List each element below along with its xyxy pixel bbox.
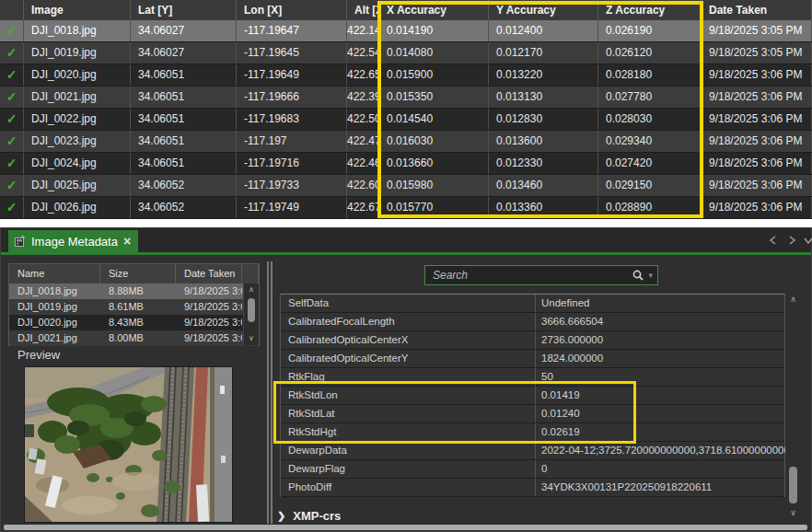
property-row[interactable]: DewarpFlag0: [281, 460, 784, 479]
cell-alt: 422.67: [347, 197, 379, 218]
cell-lat: 34.06051: [131, 87, 237, 108]
property-scrollbar[interactable]: ∧ ∨: [786, 294, 800, 518]
check-icon[interactable]: ✓: [6, 133, 17, 148]
check-cell: ✓: [0, 109, 24, 130]
search-icon[interactable]: [632, 269, 644, 282]
image-table-row[interactable]: ✓DJI_0022.jpg34.06051-117.19683422.500.0…: [0, 109, 812, 131]
column-header-alt-z-[interactable]: Alt [Z]: [347, 0, 379, 20]
property-row[interactable]: SelfDataUndefined: [281, 295, 784, 313]
scroll-up-icon[interactable]: ∧: [786, 295, 800, 304]
property-row-highlighted[interactable]: RtkStdLon0.01419: [281, 387, 784, 405]
file-list-row[interactable]: DJI_0019.jpg8.61MB9/18/2025 3:05:5...: [9, 299, 259, 315]
pane-splitter[interactable]: [267, 261, 273, 524]
horizontal-scroll-thumb[interactable]: [4, 525, 807, 530]
search-input[interactable]: [425, 269, 632, 282]
file-date-cell: 9/18/2025 3:06:0...: [176, 330, 242, 346]
column-header-lon-x-[interactable]: Lon [X]: [237, 0, 347, 20]
file-list-header: NameSizeDate Taken: [9, 264, 259, 283]
file-list-row[interactable]: DJI_0020.jpg8.43MB9/18/2025 3:06:0...: [9, 315, 259, 330]
cell-image: DJI_0021.jpg: [24, 87, 131, 108]
file-list-row[interactable]: DJI_0018.jpg8.88MB9/18/2025 3:05:5...: [9, 283, 259, 299]
cell-image: DJI_0023.jpg: [24, 131, 131, 152]
property-value: 2022-04-12;3725.720000000000,3718.610000…: [535, 442, 785, 459]
cell-y-accuracy: 0.013220: [489, 64, 598, 86]
cell-alt: 422.50: [347, 109, 379, 130]
column-header-z-accuracy[interactable]: Z Accuracy: [598, 0, 702, 20]
image-table-row[interactable]: ✓DJI_0018.jpg34.06027-117.19647422.140.0…: [0, 20, 812, 42]
cell-lat: 34.06052: [131, 175, 237, 196]
property-row[interactable]: DewarpData2022-04-12;3725.720000000000,3…: [281, 442, 784, 460]
image-table-row[interactable]: ✓DJI_0021.jpg34.06051-117.19666422.390.0…: [0, 87, 812, 109]
column-header-date-taken[interactable]: Date Taken: [702, 0, 812, 20]
image-table-row[interactable]: ✓DJI_0025.jpg34.06052-117.19733422.600.0…: [0, 175, 812, 197]
cell-image: DJI_0026.jpg: [24, 197, 131, 218]
tab-close-icon[interactable]: ×: [123, 235, 131, 248]
file-column-header-size[interactable]: Size: [100, 264, 176, 283]
cell-y-accuracy: 0.012400: [489, 20, 598, 41]
property-key: RtkFlag: [281, 368, 535, 386]
cell-y-accuracy: 0.012330: [489, 153, 598, 174]
file-size-cell: 8.88MB: [100, 283, 176, 299]
tab-list-dropdown-icon[interactable]: [802, 235, 812, 246]
image-table-row[interactable]: ✓DJI_0024.jpg34.06051-117.19716422.460.0…: [0, 153, 812, 175]
cell-x-accuracy: 0.014080: [379, 42, 489, 64]
cell-alt: 422.54: [347, 42, 379, 64]
check-icon[interactable]: ✓: [6, 45, 17, 60]
check-icon[interactable]: ✓: [6, 178, 17, 192]
cell-alt: 422.46: [347, 153, 379, 174]
check-icon[interactable]: ✓: [6, 200, 17, 214]
scroll-down-icon[interactable]: ∨: [244, 334, 259, 343]
cell-y-accuracy: 0.013460: [489, 175, 598, 196]
check-cell: ✓: [0, 42, 24, 64]
property-row[interactable]: CalibratedFocalLength3666.666504: [281, 313, 784, 331]
file-name-cell: DJI_0018.jpg: [9, 283, 100, 299]
column-header-y-accuracy[interactable]: Y Accuracy: [489, 0, 598, 20]
check-icon[interactable]: ✓: [6, 23, 17, 38]
check-icon[interactable]: ✓: [6, 89, 17, 104]
property-row[interactable]: PhotoDiff34YDK3X00131P220250918220611: [281, 479, 784, 497]
property-row-highlighted[interactable]: RtkStdLat0.01240: [281, 405, 784, 423]
column-header-lat-y-[interactable]: Lat [Y]: [131, 0, 237, 20]
search-dropdown-icon[interactable]: ▾: [648, 271, 653, 280]
property-value: Undefined: [535, 295, 785, 312]
image-table-row[interactable]: ✓DJI_0020.jpg34.06051-117.19649422.650.0…: [0, 64, 812, 87]
cell-lon: -117.19683: [237, 109, 347, 130]
image-table-row[interactable]: ✓DJI_0019.jpg34.06027-117.19645422.540.0…: [0, 42, 812, 64]
scroll-down-icon[interactable]: ∨: [786, 508, 800, 517]
property-row[interactable]: CalibratedOpticalCenterX2736.000000: [281, 331, 784, 350]
file-list-scroll-thumb[interactable]: [248, 298, 255, 322]
tab-image-metadata[interactable]: Image Metadata ×: [8, 230, 138, 252]
property-value: 0: [535, 460, 785, 478]
file-list-scrollbar[interactable]: ∧ ∨: [243, 283, 259, 345]
nav-forward-icon[interactable]: [785, 235, 798, 246]
column-header-x-accuracy[interactable]: X Accuracy: [379, 0, 489, 20]
property-row[interactable]: RtkFlag50: [281, 368, 784, 387]
image-table-row[interactable]: ✓DJI_0023.jpg34.06051-117.197422.470.016…: [0, 131, 812, 153]
property-scroll-thumb[interactable]: [789, 467, 797, 503]
check-icon[interactable]: ✓: [6, 111, 17, 126]
cell-x-accuracy: 0.014190: [379, 20, 489, 41]
property-row-highlighted[interactable]: RtkStdHgt0.02619: [281, 423, 784, 442]
check-icon[interactable]: ✓: [6, 156, 17, 170]
scroll-up-icon[interactable]: ∧: [244, 285, 259, 295]
file-list-row[interactable]: DJI_0021.jpg8.00MB9/18/2025 3:06:0...: [9, 330, 259, 346]
cell-lat: 34.06051: [131, 109, 237, 130]
check-column-header[interactable]: [0, 0, 24, 20]
nav-back-icon[interactable]: [767, 235, 780, 246]
cell-image: DJI_0024.jpg: [24, 153, 131, 174]
property-table: SelfDataUndefinedCalibratedFocalLength36…: [280, 294, 785, 497]
file-column-header-date-taken[interactable]: Date Taken: [176, 264, 242, 283]
property-key: CalibratedOpticalCenterX: [281, 331, 535, 349]
file-column-header-name[interactable]: Name: [9, 264, 100, 283]
check-icon[interactable]: ✓: [6, 67, 17, 82]
property-key: DewarpFlag: [281, 460, 535, 478]
section-xmp-crs[interactable]: ❯ XMP-crs: [277, 505, 341, 526]
property-row[interactable]: CalibratedOpticalCenterY1824.000000: [281, 350, 784, 368]
image-table-row[interactable]: ✓DJI_0026.jpg34.06052-117.19749422.670.0…: [0, 197, 812, 219]
aerial-photo: [25, 367, 232, 522]
property-value: 50: [535, 368, 785, 386]
column-header-image[interactable]: Image: [24, 0, 131, 20]
cell-date-taken: 9/18/2025 3:06 PM: [702, 87, 812, 108]
check-cell: ✓: [0, 20, 24, 41]
cell-lon: -117.19649: [237, 64, 347, 86]
